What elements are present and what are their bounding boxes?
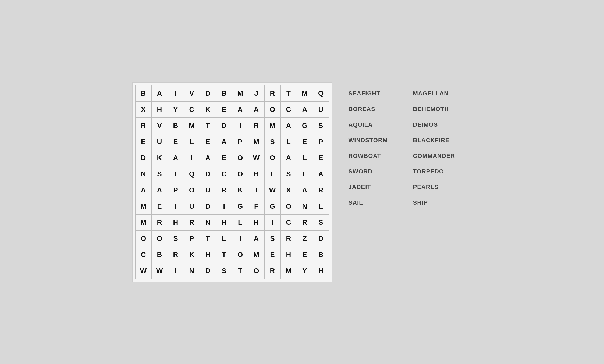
cell-4-1: K: [152, 150, 168, 166]
cell-3-0: E: [136, 134, 152, 150]
cell-8-3: R: [184, 215, 200, 231]
cell-6-1: A: [152, 182, 168, 198]
cell-9-5: L: [216, 231, 232, 247]
cell-10-8: E: [265, 247, 281, 263]
cell-11-9: M: [281, 263, 297, 279]
cell-5-8: F: [265, 166, 281, 182]
cell-10-1: B: [152, 247, 168, 263]
word-item: SAIL: [349, 199, 402, 206]
cell-8-5: H: [216, 215, 232, 231]
cell-11-7: O: [248, 263, 265, 279]
cell-0-3: V: [184, 85, 200, 102]
cell-3-11: P: [313, 134, 329, 150]
cell-4-7: W: [248, 150, 265, 166]
cell-10-3: K: [184, 247, 200, 263]
cell-10-9: H: [281, 247, 297, 263]
cell-3-5: A: [216, 134, 232, 150]
cell-10-2: R: [168, 247, 184, 263]
cell-11-8: R: [265, 263, 281, 279]
cell-9-11: D: [313, 231, 329, 247]
cell-2-1: V: [152, 118, 168, 134]
word-item: PEARLS: [413, 184, 472, 191]
cell-6-3: O: [184, 182, 200, 198]
cell-9-1: O: [152, 231, 168, 247]
cell-5-5: C: [216, 166, 232, 182]
cell-6-5: R: [216, 182, 232, 198]
word-item: SEAFIGHT: [349, 90, 402, 97]
cell-7-11: L: [313, 198, 329, 215]
cell-0-4: D: [200, 85, 216, 102]
cell-8-2: H: [168, 215, 184, 231]
cell-2-11: S: [313, 118, 329, 134]
cell-6-7: I: [248, 182, 265, 198]
cell-4-11: E: [313, 150, 329, 166]
cell-2-7: R: [248, 118, 265, 134]
cell-4-4: A: [200, 150, 216, 166]
cell-0-6: M: [232, 85, 248, 102]
cell-4-5: E: [216, 150, 232, 166]
cell-2-2: B: [168, 118, 184, 134]
cell-10-4: H: [200, 247, 216, 263]
cell-5-3: Q: [184, 166, 200, 182]
word-list: SEAFIGHTMAGELLANBOREASBEHEMOTHAQUILADEIM…: [349, 82, 472, 206]
cell-7-7: F: [248, 198, 265, 215]
cell-1-1: H: [152, 102, 168, 118]
cell-0-9: T: [281, 85, 297, 102]
word-item: BLACKFIRE: [413, 137, 472, 144]
cell-6-0: A: [136, 182, 152, 198]
cell-1-8: O: [265, 102, 281, 118]
cell-7-1: E: [152, 198, 168, 215]
cell-1-11: U: [313, 102, 329, 118]
cell-2-3: M: [184, 118, 200, 134]
cell-11-10: Y: [297, 263, 313, 279]
cell-0-5: B: [216, 85, 232, 102]
cell-5-9: S: [281, 166, 297, 182]
cell-2-4: T: [200, 118, 216, 134]
cell-7-8: G: [265, 198, 281, 215]
cell-10-10: E: [297, 247, 313, 263]
cell-6-11: R: [313, 182, 329, 198]
cell-11-11: H: [313, 263, 329, 279]
cell-0-10: M: [297, 85, 313, 102]
word-item: MAGELLAN: [413, 90, 472, 97]
cell-7-0: M: [136, 198, 152, 215]
word-item: JADEIT: [349, 184, 402, 191]
cell-2-5: D: [216, 118, 232, 134]
cell-0-8: R: [265, 85, 281, 102]
cell-3-6: P: [232, 134, 248, 150]
cell-9-7: A: [248, 231, 265, 247]
cell-5-1: S: [152, 166, 168, 182]
cell-1-4: K: [200, 102, 216, 118]
cell-10-7: M: [248, 247, 265, 263]
cell-0-2: I: [168, 85, 184, 102]
cell-8-0: M: [136, 215, 152, 231]
cell-5-6: O: [232, 166, 248, 182]
cell-9-6: I: [232, 231, 248, 247]
cell-8-11: S: [313, 215, 329, 231]
cell-6-2: P: [168, 182, 184, 198]
cell-7-9: O: [281, 198, 297, 215]
cell-5-4: D: [200, 166, 216, 182]
cell-9-9: R: [281, 231, 297, 247]
cell-11-5: S: [216, 263, 232, 279]
cell-10-5: T: [216, 247, 232, 263]
cell-3-2: E: [168, 134, 184, 150]
word-columns: SEAFIGHTMAGELLANBOREASBEHEMOTHAQUILADEIM…: [349, 90, 472, 206]
cell-11-6: T: [232, 263, 248, 279]
cell-10-11: B: [313, 247, 329, 263]
cell-1-6: A: [232, 102, 248, 118]
cell-1-5: E: [216, 102, 232, 118]
cell-8-6: L: [232, 215, 248, 231]
word-item: BOREAS: [349, 106, 402, 113]
cell-9-0: O: [136, 231, 152, 247]
cell-4-8: O: [265, 150, 281, 166]
word-item: WINDSTORM: [349, 137, 402, 144]
cell-7-4: D: [200, 198, 216, 215]
cell-8-10: R: [297, 215, 313, 231]
cell-9-4: T: [200, 231, 216, 247]
cell-5-0: N: [136, 166, 152, 182]
word-item: AQUILA: [349, 121, 402, 128]
cell-1-9: C: [281, 102, 297, 118]
cell-11-2: I: [168, 263, 184, 279]
cell-10-6: O: [232, 247, 248, 263]
